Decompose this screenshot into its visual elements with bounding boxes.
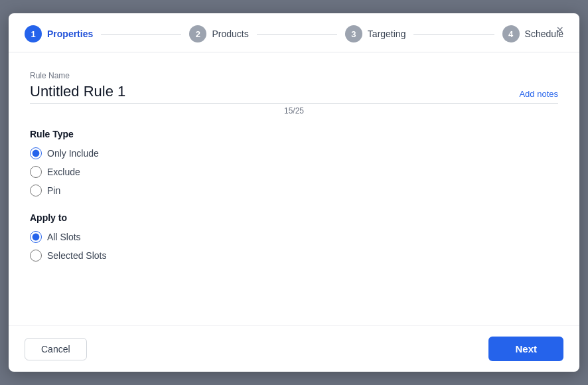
step-1-label: Properties [47, 29, 93, 39]
step-2-label: Products [212, 29, 248, 39]
step-2-circle: 2 [189, 25, 206, 42]
rule-name-label: Rule Name [30, 71, 558, 80]
apply-to-selected-slots[interactable]: Selected Slots [30, 250, 558, 262]
step-4-circle: 4 [502, 25, 520, 42]
cancel-button[interactable]: Cancel [25, 338, 87, 360]
rule-type-exclude-input[interactable] [30, 166, 42, 178]
step-1: 1 Properties [25, 25, 93, 42]
apply-to-radio-group: All Slots Selected Slots [30, 231, 558, 262]
apply-to-selected-slots-label: Selected Slots [47, 250, 107, 261]
step-line-1-2 [101, 34, 181, 35]
close-button[interactable]: × [552, 23, 567, 37]
modal-header: 1 Properties 2 Products 3 Targeting 4 Sc… [9, 13, 579, 52]
rule-type-exclude-label: Exclude [47, 167, 80, 177]
rule-name-value: Untitled Rule 1 [30, 83, 125, 100]
apply-to-section-title: Apply to [30, 212, 558, 223]
char-count: 15/25 [30, 106, 558, 116]
rule-type-only-include[interactable]: Only Include [30, 147, 558, 159]
next-button[interactable]: Next [488, 337, 563, 361]
step-line-3-4 [413, 34, 494, 35]
rule-type-exclude[interactable]: Exclude [30, 166, 558, 178]
apply-to-all-slots-input[interactable] [30, 231, 42, 243]
rule-type-pin-input[interactable] [30, 185, 42, 196]
rule-type-radio-group: Only Include Exclude Pin [30, 147, 558, 196]
rule-type-only-include-input[interactable] [30, 147, 42, 159]
step-3: 3 Targeting [345, 25, 406, 42]
step-3-label: Targeting [368, 29, 406, 39]
rule-type-only-include-label: Only Include [47, 148, 99, 159]
apply-to-selected-slots-input[interactable] [30, 250, 42, 262]
apply-to-all-slots[interactable]: All Slots [30, 231, 558, 243]
rule-name-row: Untitled Rule 1 Add notes [30, 83, 558, 104]
modal-body: Rule Name Untitled Rule 1 Add notes 15/2… [9, 52, 579, 325]
rule-type-pin[interactable]: Pin [30, 185, 558, 196]
step-2: 2 Products [189, 25, 248, 42]
step-3-circle: 3 [345, 25, 362, 42]
rule-type-section-title: Rule Type [30, 129, 558, 139]
step-line-2-3 [257, 34, 337, 35]
add-notes-link[interactable]: Add notes [519, 89, 558, 99]
modal-dialog: 1 Properties 2 Products 3 Targeting 4 Sc… [9, 13, 579, 372]
apply-to-all-slots-label: All Slots [47, 232, 81, 242]
modal-footer: Cancel Next [9, 325, 579, 372]
rule-type-pin-label: Pin [47, 185, 60, 196]
step-1-circle: 1 [25, 25, 42, 42]
